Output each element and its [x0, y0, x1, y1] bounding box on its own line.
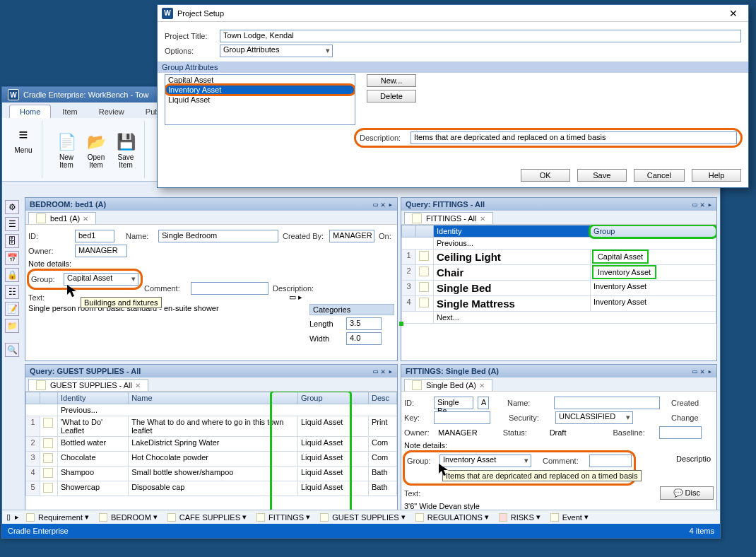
col-group[interactable]: Group	[590, 225, 716, 238]
options-select[interactable]: Group Attributes	[220, 45, 333, 57]
new-item-button[interactable]: 📄New Item	[52, 129, 81, 170]
list-item-selected[interactable]: Inventory Asset	[165, 85, 355, 95]
nav-regulations[interactable]: REGULATIONS ▾	[413, 512, 492, 522]
table-row[interactable]: 1'What to Do' LeafletThe What to do and …	[26, 416, 397, 437]
panel-min-icon[interactable]: ▭	[692, 200, 697, 209]
nav-fittings[interactable]: FITTINGS ▾	[254, 512, 313, 522]
group-select[interactable]: Inventory Asset	[439, 455, 531, 467]
owner-label: Owner:	[404, 428, 434, 437]
id-field[interactable]: Single Be	[434, 397, 473, 409]
fittings-tab[interactable]: FITTINGS - All✕	[404, 212, 493, 224]
list-item[interactable]: Liquid Asset	[165, 95, 355, 105]
nav-left-icon[interactable]: ▯	[6, 512, 11, 522]
ribbon-tab-item[interactable]: Item	[52, 105, 87, 118]
length-field[interactable]: 3.5	[346, 317, 382, 330]
panel-close-icon[interactable]: ✕	[381, 367, 386, 376]
table-row[interactable]: 1Ceiling LightCapital Asset	[402, 250, 716, 265]
tree-icon[interactable]: ☷	[5, 285, 19, 299]
tab-close-icon[interactable]: ✕	[135, 382, 141, 389]
ribbon-tab-home[interactable]: Home	[9, 105, 51, 118]
open-item-button[interactable]: 📂Open Item	[82, 129, 110, 170]
list-item[interactable]: Capital Asset	[165, 75, 355, 85]
nav-bedroom[interactable]: BEDROOM ▾	[96, 512, 160, 522]
nav-right-icon[interactable]: ▸	[15, 512, 19, 522]
baseline-field[interactable]	[659, 426, 702, 439]
panel-min-icon[interactable]: ▭	[373, 200, 378, 209]
col-identity[interactable]: Identity	[434, 225, 591, 238]
save-item-button[interactable]: 💾Save Item	[112, 129, 140, 170]
panel-min-icon[interactable]: ▭	[373, 367, 378, 376]
table-row[interactable]: 2ChairInventory Asset	[402, 265, 716, 281]
prev-link[interactable]: Previous...	[58, 404, 397, 416]
gear-icon[interactable]: ⚙	[5, 200, 19, 214]
prev-link[interactable]: Previous...	[434, 238, 716, 250]
calendar-icon[interactable]: 📅	[5, 251, 19, 265]
dialog-title: Project Setup	[177, 9, 224, 18]
name-field[interactable]	[554, 397, 660, 409]
table-row[interactable]: 3ChocolateHot Chocolate powderLiquid Ass…	[26, 452, 397, 467]
list-icon[interactable]: ☰	[5, 217, 19, 231]
col-group[interactable]: Group	[298, 392, 369, 404]
next-link[interactable]: Next...	[434, 312, 716, 324]
width-field[interactable]: 4.0	[346, 332, 382, 345]
tab-close-icon[interactable]: ✕	[83, 215, 88, 223]
nav-risks[interactable]: RISKS ▾	[496, 512, 543, 522]
dialog-close-icon[interactable]: ✕	[723, 8, 744, 19]
save-button[interactable]: Save	[577, 169, 627, 182]
table-row[interactable]: 5ShowercapDisposable capLiquid AssetBath	[26, 481, 397, 496]
panel-close-icon[interactable]: ✕	[381, 200, 386, 209]
cancel-button[interactable]: Cancel	[634, 169, 685, 182]
col-name[interactable]: Name	[129, 392, 298, 404]
comment-field[interactable]	[191, 282, 268, 295]
panel-pin-icon[interactable]: ▸	[707, 367, 712, 376]
panel-min-icon[interactable]: ▭	[692, 367, 697, 376]
table-row[interactable]: 4ShampooSmall bottle shower/shampooLiqui…	[26, 467, 397, 481]
lock-icon[interactable]: 🔒	[5, 268, 19, 282]
folder-icon[interactable]: 📁	[5, 319, 19, 333]
on-label: On:	[379, 232, 393, 240]
menu-button[interactable]: ≡Menu	[9, 122, 37, 156]
col-desc[interactable]: Desc	[369, 392, 397, 404]
tab-close-icon[interactable]: ✕	[479, 382, 485, 389]
note-icon[interactable]: 📝	[5, 302, 19, 316]
createdby-field[interactable]: MANAGER	[329, 230, 374, 242]
id-suffix-field[interactable]: A	[478, 397, 489, 409]
panel-pin-icon[interactable]: ▸	[388, 200, 393, 209]
nav-requirement[interactable]: Requirement ▾	[23, 512, 92, 522]
table-row[interactable]: 2Bottled waterLakeDistrict Spring WaterL…	[26, 437, 397, 452]
group-select[interactable]: Capital Asset	[64, 273, 138, 286]
security-select[interactable]: UNCLASSIFIED	[555, 411, 633, 424]
table-row[interactable]: 4Single MattressInventory Asset	[402, 296, 716, 312]
id-field[interactable]: bed1	[75, 230, 114, 242]
comment-field[interactable]	[589, 455, 632, 467]
bedroom-tab[interactable]: bed1 (A)✕	[28, 212, 96, 224]
panel-close-icon[interactable]: ✕	[700, 200, 705, 209]
attributes-list[interactable]: Capital Asset Inventory Asset Liquid Ass…	[165, 74, 355, 125]
ok-button[interactable]: OK	[521, 169, 570, 182]
panel-pin-icon[interactable]: ▸	[388, 367, 393, 376]
guest-tab[interactable]: GUEST SUPPLIES - All✕	[28, 379, 148, 391]
panel-close-icon[interactable]: ✕	[700, 367, 705, 376]
ribbon-tab-review[interactable]: Review	[89, 105, 134, 118]
name-field[interactable]: Single Bedroom	[158, 230, 278, 242]
nav-cafe[interactable]: CAFE SUPPLIES ▾	[165, 512, 249, 522]
db-icon[interactable]: 🗄	[5, 234, 19, 248]
table-row[interactable]: 3Single BedInventory Asset	[402, 281, 716, 296]
description-field[interactable]: Items that are depricated and replaced o…	[411, 131, 737, 144]
key-label: Key:	[404, 414, 430, 422]
disc-button[interactable]: 💬 Disc	[660, 486, 714, 500]
help-button[interactable]: Help	[692, 169, 741, 182]
project-title-field[interactable]: Town Lodge, Kendal	[220, 30, 741, 42]
nav-guest[interactable]: GUEST SUPPLIES ▾	[317, 512, 408, 522]
nav-event[interactable]: Event ▾	[548, 512, 591, 522]
document-icon	[412, 380, 422, 390]
tab-close-icon[interactable]: ✕	[480, 215, 485, 223]
owner-field[interactable]: MANAGER	[75, 245, 127, 257]
search-icon[interactable]: 🔍	[5, 343, 19, 357]
singlebed-tab[interactable]: Single Bed (A)✕	[404, 379, 492, 391]
col-identity[interactable]: Identity	[58, 392, 129, 404]
new-button[interactable]: New...	[367, 74, 416, 87]
panel-pin-icon[interactable]: ▸	[707, 200, 712, 209]
delete-button[interactable]: Delete	[367, 90, 416, 102]
key-field[interactable]	[434, 411, 490, 424]
